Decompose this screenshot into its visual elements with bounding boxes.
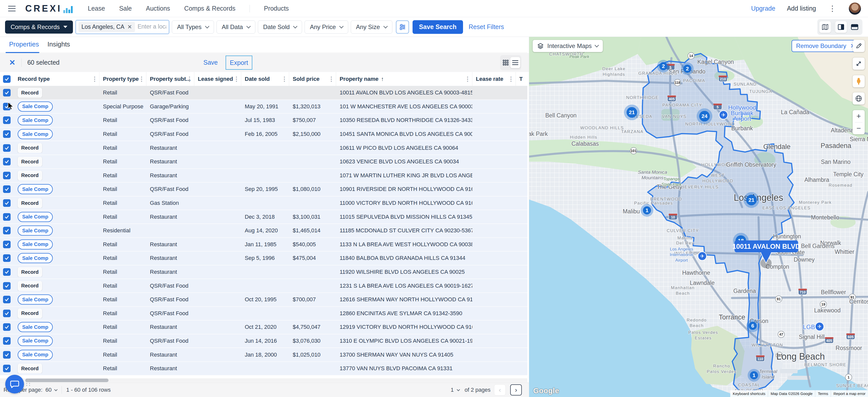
column-menu-icon[interactable]: ⋮ <box>508 76 514 83</box>
add-listing-link[interactable]: Add listing <box>787 5 816 12</box>
row-checkbox[interactable] <box>3 227 10 234</box>
split-view-button[interactable] <box>835 21 847 33</box>
row-checkbox[interactable] <box>3 199 10 207</box>
table-row[interactable]: RecordRetailRestaurant1071 W MARTIN LUTH… <box>0 169 527 183</box>
horizontal-scrollbar-thumb[interactable] <box>25 378 108 382</box>
rows-per-page-value[interactable]: 60 <box>45 387 52 393</box>
clear-selection-icon[interactable]: ✕ <box>9 59 16 66</box>
map-cluster-marker[interactable]: 2 <box>681 62 694 75</box>
nav-item-sale[interactable]: Sale <box>119 5 132 12</box>
map-cluster-marker[interactable]: 6 <box>746 319 759 332</box>
row-checkbox[interactable] <box>3 89 10 96</box>
table-row[interactable]: Sale CompRetailQSR/Fast FoodJun 14, 2016… <box>0 334 527 348</box>
save-search-button[interactable]: Save Search <box>412 20 463 34</box>
interactive-maps-dropdown[interactable]: Interactive Maps <box>533 40 603 52</box>
row-checkbox[interactable] <box>3 337 10 345</box>
zoom-out-button[interactable]: − <box>852 122 865 134</box>
row-checkbox[interactable] <box>3 268 10 276</box>
table-row[interactable]: Sale CompSpecial PurposeGarage/ParkingMa… <box>0 100 527 114</box>
row-checkbox[interactable] <box>3 172 10 179</box>
select-all-checkbox[interactable] <box>3 75 10 83</box>
table-row[interactable]: RecordRetailRestaurant13770 VAN NUYS BLV… <box>0 362 527 376</box>
upgrade-link[interactable]: Upgrade <box>751 5 775 12</box>
chat-widget-button[interactable] <box>5 375 24 394</box>
column-header-property-subt-[interactable]: Property subt...⋮ <box>146 72 194 86</box>
nav-item-auctions[interactable]: Auctions <box>146 5 170 12</box>
location-chip[interactable]: Los Angeles, CA ✕ <box>79 22 135 32</box>
row-checkbox[interactable] <box>3 116 10 124</box>
filter-dropdown-any-size[interactable]: Any Size <box>351 21 392 34</box>
widget-drag-handle[interactable] <box>25 378 31 387</box>
table-row[interactable]: RecordRetailQSR/Fast Food1231 S LA BREA … <box>0 279 527 293</box>
row-checkbox[interactable] <box>3 144 10 152</box>
attribution-report-a-map-error[interactable]: Report a map error <box>831 390 868 397</box>
table-row[interactable]: RecordRetailQSR/Fast Food10011 AVALON BL… <box>0 86 527 100</box>
globe-button[interactable] <box>852 92 865 105</box>
chevron-down-icon[interactable] <box>457 388 460 391</box>
column-menu-icon[interactable]: ⋮ <box>186 76 192 83</box>
row-checkbox[interactable] <box>3 213 10 221</box>
row-checkbox[interactable] <box>3 130 10 138</box>
row-checkbox[interactable] <box>3 241 10 248</box>
table-row[interactable]: Sale CompRetailQSR/Fast FoodOct 20, 1995… <box>0 293 527 307</box>
table-row[interactable]: RecordRetailRestaurant11920 WILSHIRE BLV… <box>0 265 527 279</box>
map-cluster-marker[interactable]: 1 <box>748 369 760 381</box>
column-header-property-name[interactable]: Property name↑⋮ <box>336 72 472 86</box>
nav-item-products[interactable]: Products <box>264 5 289 12</box>
column-header-property-type[interactable]: Property type⋮ <box>99 72 146 86</box>
map-view-button[interactable] <box>819 21 831 33</box>
column-menu-icon[interactable]: ⋮ <box>92 76 98 83</box>
row-checkbox[interactable] <box>3 310 10 317</box>
table-row[interactable]: Sale CompRetailQSR/Fast FoodSep 20, 1995… <box>0 182 527 197</box>
column-header-sold-price[interactable]: Sold price⋮ <box>289 72 336 86</box>
row-checkbox[interactable] <box>3 103 10 110</box>
table-row[interactable]: Sale CompRetailQSR/Fast FoodJul 15, 1983… <box>0 114 527 127</box>
map-cluster-marker[interactable]: 21 <box>624 105 640 120</box>
row-checkbox[interactable] <box>3 282 10 290</box>
filter-dropdown-any-price[interactable]: Any Price <box>305 21 348 34</box>
table-row[interactable]: Sale CompRetailQSR/Fast FoodFeb 16, 2005… <box>0 127 527 141</box>
column-header-t[interactable]: T <box>516 72 527 86</box>
column-menu-icon[interactable]: ⋮ <box>328 76 334 83</box>
table-row[interactable]: RecordRetailRestaurant10623 VENICE BLVD … <box>0 155 527 169</box>
column-menu-icon[interactable]: ⋮ <box>138 76 145 83</box>
table-row[interactable]: Sale CompRetailRestaurantSep 5, 1996$475… <box>0 252 527 265</box>
map-cluster-marker[interactable]: 24 <box>697 108 712 124</box>
next-page-button[interactable]: › <box>510 385 522 396</box>
attribution-map-data-google[interactable]: Map Data ©2026 Google <box>768 390 815 397</box>
filter-dropdown-all-types[interactable]: All Types <box>172 21 214 34</box>
property-label[interactable]: 10011 AVALON BLVD <box>732 240 800 252</box>
row-checkbox[interactable] <box>3 158 10 165</box>
crexi-logo[interactable]: CREXI <box>25 4 73 13</box>
column-menu-icon[interactable]: ⋮ <box>234 76 240 83</box>
tab-insights[interactable]: Insights <box>48 40 70 48</box>
table-row[interactable]: Sale CompRetailRestaurantJan 11, 1985$54… <box>0 238 527 252</box>
attribution-keyboard-shortcuts[interactable]: Keyboard shortcuts <box>730 390 768 397</box>
more-options-icon[interactable]: ⋮ <box>828 5 837 12</box>
table-row[interactable]: RecordRetailRestaurant10611 W PICO BLVD … <box>0 141 527 155</box>
list-layout-button[interactable] <box>510 57 520 68</box>
table-row[interactable]: RecordRetailGas Station11000 VICTORY BLV… <box>0 197 527 210</box>
page-number[interactable]: 1 <box>451 387 454 393</box>
column-menu-icon[interactable]: ⋮ <box>281 76 287 83</box>
column-header-record-type[interactable]: Record type⋮ <box>14 72 99 86</box>
tab-properties[interactable]: Properties <box>9 40 39 48</box>
table-row[interactable]: Sale CompRetailRestaurantJan 18, 2000$1,… <box>0 348 527 362</box>
draw-boundary-button[interactable] <box>852 40 865 52</box>
filter-dropdown-all-data[interactable]: All Data <box>217 21 255 34</box>
chip-remove-icon[interactable]: ✕ <box>127 24 132 30</box>
save-selection-link[interactable]: Save <box>204 59 218 66</box>
zoom-in-button[interactable]: + <box>852 110 865 122</box>
table-row[interactable]: RecordRetailQSR/Fast Food12860 ENCINITAS… <box>0 307 527 321</box>
list-view-button[interactable] <box>849 21 861 33</box>
table-row[interactable]: Sale CompRetailRestaurantOct 21, 2020$4,… <box>0 320 527 334</box>
nav-item-lease[interactable]: Lease <box>88 5 105 12</box>
map-cluster-marker[interactable]: 21 <box>744 192 759 208</box>
row-checkbox[interactable] <box>3 323 10 331</box>
previous-page-button[interactable]: ‹ <box>494 385 506 396</box>
map-pane[interactable]: 5405521010110405605710141181019191194710… <box>529 37 868 397</box>
chevron-down-icon[interactable] <box>54 388 58 391</box>
advanced-filters-button[interactable] <box>396 21 409 34</box>
table-row[interactable]: Sale CompRetailRestaurantDec 3, 2018$3,1… <box>0 210 527 224</box>
table-row[interactable]: Sale CompResidentialAug 14, 2020$1,465,0… <box>0 224 527 238</box>
